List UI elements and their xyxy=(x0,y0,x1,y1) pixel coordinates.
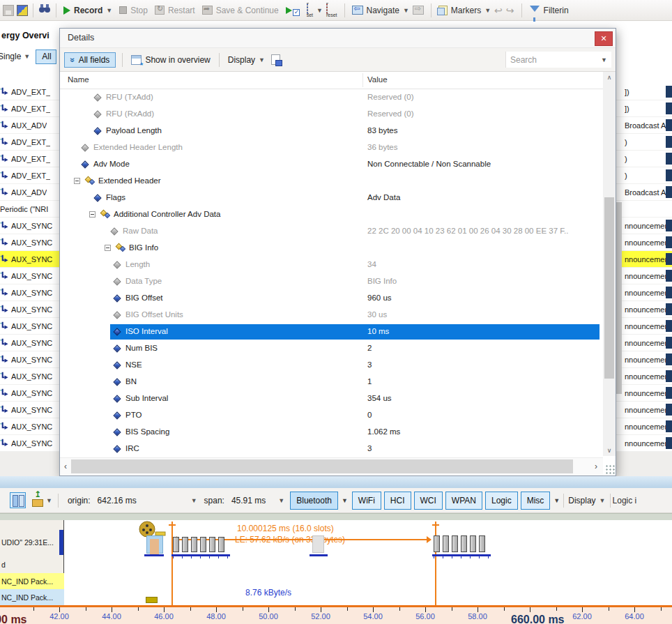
detail-row[interactable]: Extended Header xyxy=(60,173,601,190)
save-icon[interactable] xyxy=(3,5,14,16)
packet-row[interactable]: ]) xyxy=(616,84,672,100)
detail-row[interactable]: RFU (RxAdd)Reserved (0) xyxy=(60,106,601,123)
restart-button[interactable]: Restart xyxy=(153,4,197,17)
capture-view-button[interactable] xyxy=(30,492,46,508)
packet-row[interactable]: «AUX_SYNC xyxy=(0,268,59,284)
detail-row[interactable]: Extended Header Length36 bytes xyxy=(60,139,601,156)
record-button[interactable]: Record ▼ xyxy=(61,4,114,17)
packet-row[interactable]: «AUX_SYNC xyxy=(0,301,59,318)
iso-event-icon[interactable] xyxy=(146,535,163,554)
collapse-icon[interactable] xyxy=(105,245,111,251)
packet-row[interactable]: nnouncement xyxy=(616,435,672,452)
collapse-icon[interactable] xyxy=(74,178,80,184)
packet-row[interactable]: «AUX_SYNC xyxy=(0,435,59,452)
packet-burst-bar[interactable] xyxy=(443,535,449,552)
detail-row[interactable]: Additional Controller Adv Data xyxy=(60,206,601,223)
detail-row[interactable]: BIG Info xyxy=(60,240,601,257)
packet-burst-bar[interactable] xyxy=(191,537,197,552)
packet-row[interactable]: «AUX_SYNC xyxy=(0,335,59,351)
protocols-dropdown-icon[interactable]: ▼ xyxy=(552,497,561,504)
search-box[interactable]: Search ▼ xyxy=(505,52,611,68)
search-dropdown-icon[interactable]: ▼ xyxy=(601,56,607,63)
span-value[interactable]: 45.91 ms xyxy=(231,496,266,505)
detail-row[interactable]: PTO0 xyxy=(60,407,601,424)
packet-burst-bar[interactable] xyxy=(173,537,179,552)
packet-row[interactable]: «AUX_SYNC xyxy=(0,368,59,385)
packet-row[interactable]: ) xyxy=(616,167,672,184)
split-view-button[interactable] xyxy=(10,492,26,508)
detail-row[interactable]: Payload Length83 bytes xyxy=(60,123,601,139)
markers-dropdown-icon[interactable]: ▼ xyxy=(484,7,491,14)
navigate-back-icon[interactable] xyxy=(413,6,424,15)
packet-burst-bar[interactable] xyxy=(479,535,485,552)
packet-row[interactable]: «ADV_EXT_ xyxy=(0,134,59,151)
detail-row[interactable]: BN1 xyxy=(60,374,601,390)
mode-select[interactable]: Single xyxy=(0,52,21,61)
packet-row[interactable]: «AUX_SYNC xyxy=(0,234,59,251)
detail-row[interactable]: Data TypeBIG Info xyxy=(60,273,601,290)
stop-button[interactable]: Stop xyxy=(117,4,150,17)
scroll-right-icon[interactable] xyxy=(595,462,597,471)
analyze-button[interactable] xyxy=(284,3,302,17)
packet-row[interactable]: Periodic ("NRI xyxy=(0,201,59,218)
detail-row[interactable]: BIG Offset960 us xyxy=(60,290,601,307)
scrollbar-thumb[interactable] xyxy=(71,459,573,473)
packet-row[interactable]: «AUX_SYNC xyxy=(0,318,59,335)
packet-row[interactable]: «ADV_EXT_ xyxy=(0,84,59,100)
packet-burst-bar[interactable] xyxy=(461,535,467,552)
packet-block[interactable] xyxy=(146,597,158,603)
set-dropdown-icon[interactable]: ▼ xyxy=(316,7,323,14)
main-vertical-scrollbar[interactable] xyxy=(616,202,622,394)
packet-row[interactable]: nnouncement xyxy=(616,268,672,284)
packet-row[interactable]: «ADV_EXT_ xyxy=(0,100,59,117)
span-dropdown-icon[interactable]: ▼ xyxy=(278,497,284,504)
packet-row[interactable]: nnouncement xyxy=(616,234,672,251)
packet-burst-bar[interactable] xyxy=(200,537,206,552)
collapse-icon[interactable] xyxy=(89,211,96,218)
packet-row[interactable]: nnouncement xyxy=(616,368,672,385)
detail-row[interactable]: IRC3 xyxy=(60,441,601,457)
timeline-display-button[interactable]: Display ▼ xyxy=(566,494,607,507)
time-axis[interactable]: 640.00 ms 660.00 ms 42.0044.0046.0048.00… xyxy=(0,605,672,624)
navigate-button[interactable]: Navigate ▼ xyxy=(350,4,426,17)
packet-row[interactable]: «AUX_ADV xyxy=(0,184,59,201)
capture-dropdown-icon[interactable]: ▼ xyxy=(46,497,52,504)
packet-row[interactable]: ) xyxy=(616,134,672,151)
packet-burst-bar[interactable] xyxy=(470,535,476,552)
timeline-stream-label[interactable]: d xyxy=(0,556,64,573)
next-marker-icon[interactable]: ↪ xyxy=(506,5,514,16)
protocol-tab-bluetooth[interactable]: Bluetooth xyxy=(290,492,338,510)
display-menu-button[interactable]: Display ▼ xyxy=(226,54,267,66)
packet-row[interactable]: nnouncement xyxy=(616,385,672,402)
packet-row[interactable]: nnouncement xyxy=(616,251,672,268)
packet-burst-bar[interactable] xyxy=(209,537,215,552)
scroll-down-icon[interactable] xyxy=(603,445,616,456)
column-name[interactable]: Name xyxy=(68,75,89,84)
all-filter-button[interactable]: All xyxy=(36,50,56,64)
packet-row[interactable]: ) xyxy=(616,151,672,167)
packet-row[interactable]: nnouncement xyxy=(616,418,672,435)
copy-icon[interactable] xyxy=(271,54,280,65)
detail-row[interactable]: ISO Interval10 ms xyxy=(60,324,601,340)
time-marker-line[interactable] xyxy=(171,522,173,605)
packet-row[interactable]: nnouncement xyxy=(616,402,672,418)
packet-row[interactable]: nnouncement xyxy=(616,218,672,234)
protocol-tab-logic[interactable]: Logic xyxy=(485,492,518,510)
close-icon[interactable] xyxy=(595,31,613,46)
protocol-tab-misc[interactable]: Misc xyxy=(521,492,551,510)
save-continue-button[interactable]: Save & Continue xyxy=(200,4,281,17)
find-icon[interactable] xyxy=(38,3,51,17)
scroll-up-icon[interactable] xyxy=(603,72,616,83)
protocol-tab-wpan[interactable]: WPAN xyxy=(445,492,482,510)
scroll-left-icon[interactable] xyxy=(64,462,67,471)
timeline-stream-label[interactable]: UDIO" 29:31E... xyxy=(0,528,64,556)
packet-row[interactable]: nnouncement xyxy=(616,335,672,351)
dialog-vertical-scrollbar[interactable] xyxy=(603,72,616,456)
record-dropdown-icon[interactable]: ▼ xyxy=(106,7,112,14)
dialog-titlebar[interactable]: Details xyxy=(60,29,616,48)
packet-row[interactable] xyxy=(616,201,672,218)
packet-row[interactable]: «ADV_EXT_ xyxy=(0,151,59,167)
detail-row[interactable]: BIG Offset Units30 us xyxy=(60,307,601,324)
timeline-splitter[interactable] xyxy=(0,513,672,520)
packet-row[interactable]: Broadcast Au xyxy=(616,117,672,134)
